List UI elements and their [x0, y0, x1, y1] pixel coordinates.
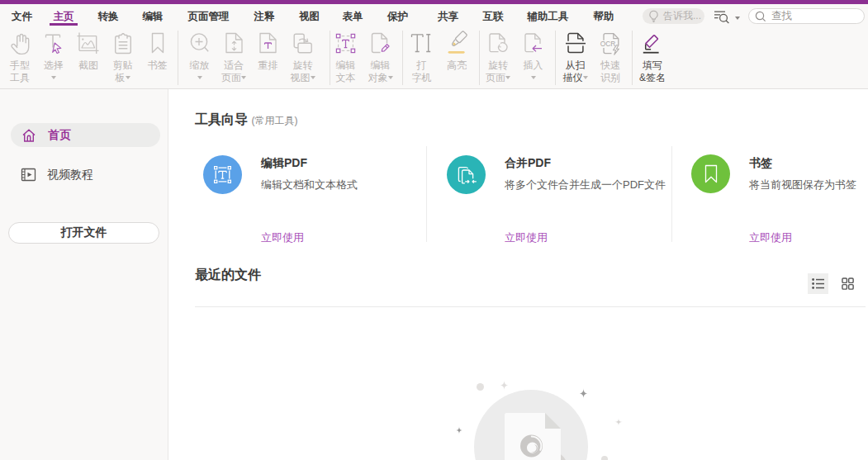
svg-text:OCR: OCR: [600, 39, 615, 47]
